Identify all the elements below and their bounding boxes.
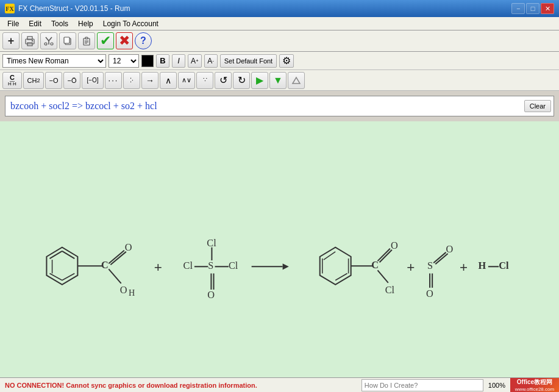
add-button[interactable]: + [2,32,20,49]
bold-button[interactable]: B [156,54,169,68]
equation-text: bzcooh + socl2 => bzcocl + so2 + hcl [10,101,157,112]
title-bar-controls: − □ ✕ [511,3,554,14]
title-bar: FX FX ChemStruct - V20.01.15 - Rum − □ ✕ [0,0,559,17]
chlorine-label-socl2-top: Cl [207,237,216,249]
bond-c-cl [377,270,388,282]
status-message: NO CONNECTION! Cannot sync graphics or d… [0,382,361,389]
oxygen-so2-bottom: O [426,288,433,299]
hydrogen-hcl: H [479,260,486,271]
sulfur-label-so2: S [427,260,433,271]
carbon-label-2: C [371,259,379,271]
bond-c-oh [109,269,121,283]
menu-bar: File Edit Tools Help Login To Account [0,17,559,30]
redo-button[interactable]: ↻ [233,72,250,89]
menu-help[interactable]: Help [73,18,98,29]
svg-rect-3 [32,40,33,41]
gear-button[interactable]: ⚙ [279,54,294,68]
dot-pair-button[interactable]: ⁚· [123,72,140,89]
clear-button[interactable]: Clear [524,100,551,112]
carbon-label-1: C [101,259,109,271]
ch-group-button[interactable]: C H H [2,72,22,89]
angle-up-button[interactable]: ∧ [160,72,177,89]
bracket-o-button[interactable]: [−O] [82,72,104,89]
svg-line-24 [62,274,74,280]
logo-line2: www.office28.com [515,387,554,392]
chlorine-product-label: Cl [385,284,395,296]
chlorine-hcl: Cl [499,260,509,271]
font-size-select[interactable]: 12 10 14 16 [109,54,139,68]
arrow-down-button[interactable]: ▼ [269,72,287,89]
copy-button[interactable] [59,32,76,49]
color-picker[interactable] [141,55,154,67]
chlorine-label-socl2-left: Cl [183,260,193,271]
o-single-button[interactable]: −O [45,72,62,89]
svg-marker-16 [293,77,300,84]
minimize-button[interactable]: − [511,3,525,14]
svg-line-23 [50,274,62,280]
subscript-button[interactable]: A- [204,54,218,68]
benzene-ring-right [320,248,351,285]
triple-dot-button[interactable]: ∵ [196,72,213,89]
print-button[interactable] [21,32,38,49]
text-input-area: bzcooh + socl2 => bzcocl + so2 + hcl Cle… [5,96,554,116]
superscript-button[interactable]: A+ [188,54,202,68]
help-button[interactable]: ? [135,32,152,49]
main-toolbar: + ✔ ✖ ? [0,30,559,52]
svg-marker-25 [320,248,351,285]
font-toolbar: Times New Roman Arial Helvetica 12 10 14… [0,52,559,70]
menu-login[interactable]: Login To Account [98,18,163,29]
undo-button[interactable]: ↺ [215,72,232,89]
oxygen-h-label: O [120,284,127,296]
arrow-head [283,263,289,269]
symbol-toolbar: C H H CH2 −O −Ö [−O] ··· ⁚· → ∧ ∧∨ ∵ ↺ ↻… [0,70,559,91]
bond-s-o-upper-2 [435,254,447,264]
zoom-level: 100% [483,382,510,389]
o-double-button[interactable]: −Ö [63,72,80,89]
set-default-font-button[interactable]: Set Default Font [220,54,277,68]
arrow-forward-button[interactable]: ▶ [251,72,268,89]
cut-button[interactable] [40,32,57,49]
text-input-wrapper: bzcooh + socl2 => bzcocl + so2 + hcl Cle… [2,93,557,119]
drawing-area: C O O H + Cl S Cl Cl [0,121,559,392]
angle-sym-button[interactable]: ∧∨ [178,72,195,89]
oxygen-so2-top: O [446,243,454,255]
plus-sign-3: + [460,260,468,275]
check-button[interactable]: ✔ [97,32,114,49]
bond-s-o-upper [433,252,446,263]
menu-edit[interactable]: Edit [24,18,46,29]
svg-line-5 [49,37,52,41]
plus-sign-2: + [407,260,415,275]
benzene-ring-left [46,248,77,285]
eraser-button[interactable] [288,72,305,89]
italic-button[interactable]: I [172,54,185,68]
cancel-button[interactable]: ✖ [116,32,133,49]
menu-tools[interactable]: Tools [46,18,73,29]
maximize-button[interactable]: □ [526,3,539,14]
svg-rect-12 [85,37,88,39]
search-input[interactable] [361,379,483,391]
dots-button[interactable]: ··· [105,72,122,89]
svg-rect-10 [64,37,69,43]
hydrogen-label-oh: H [129,288,135,298]
chemistry-diagram: C O O H + Cl S Cl Cl [0,121,559,392]
status-bar: NO CONNECTION! Cannot sync graphics or d… [0,377,559,392]
svg-line-18 [50,251,62,258]
menu-file[interactable]: File [2,18,24,29]
svg-marker-17 [46,248,77,285]
logo-badge: Office教程网 www.office28.com [510,378,559,393]
chlorine-label-socl2-right: Cl [229,260,238,271]
bond-co-double-1 [377,249,390,261]
ch2-group-button[interactable]: CH2 [23,72,44,89]
svg-point-8 [51,43,53,45]
sulfur-label-1: S [208,260,213,271]
svg-line-4 [46,37,49,41]
oxygen-label-product: O [391,240,398,251]
bond-c-o-double-2 [110,252,126,265]
paste-button[interactable] [78,32,95,49]
arrow-right-button[interactable]: → [141,72,158,89]
main-content: + ✔ ✖ ? Times New Roman Arial Helvetica … [0,30,559,392]
svg-line-19 [62,251,74,258]
close-button[interactable]: ✕ [541,3,554,14]
font-name-select[interactable]: Times New Roman Arial Helvetica [2,54,106,68]
oxygen-socl2-label: O [207,289,215,301]
